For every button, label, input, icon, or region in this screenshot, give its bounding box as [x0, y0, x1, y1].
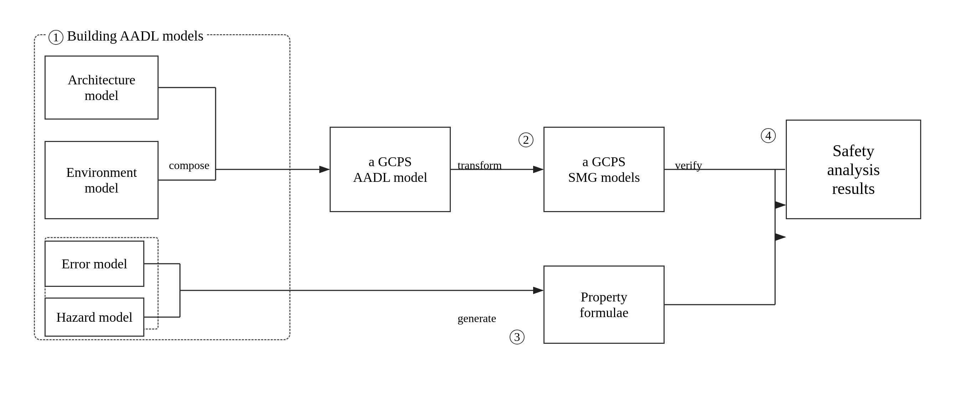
- error-model-label: Error model: [62, 256, 127, 272]
- architecture-model-label: Architecturemodel: [68, 72, 135, 103]
- hazard-model-box: Hazard model: [45, 298, 144, 337]
- property-formulae-box: Propertyformulae: [544, 266, 665, 344]
- gcps-smg-label: a GCPSSMG models: [568, 154, 640, 185]
- architecture-model-box: Architecturemodel: [45, 55, 159, 120]
- gcps-smg-box: a GCPSSMG models: [544, 127, 665, 212]
- step3-circle: 3: [510, 329, 525, 345]
- step2-circle: 2: [519, 132, 533, 147]
- step1-circle: 1: [48, 30, 64, 45]
- step3-wrapper: 3: [510, 329, 525, 345]
- hazard-model-label: Hazard model: [56, 309, 132, 325]
- safety-results-box: Safetyanalysisresults: [786, 120, 921, 219]
- verify-label: verify: [673, 159, 703, 172]
- compose-label: compose: [167, 159, 211, 172]
- step4-wrapper: 4: [761, 128, 776, 143]
- environment-model-box: Environmentmodel: [45, 141, 159, 219]
- step4-circle: 4: [761, 128, 776, 143]
- step2-wrapper: 2: [519, 132, 533, 147]
- environment-model-label: Environmentmodel: [66, 165, 137, 196]
- building-aadl-label: 1 Building AADL models: [46, 27, 206, 45]
- generate-label: generate: [456, 312, 498, 325]
- gcps-aadl-box: a GCPSAADL model: [329, 127, 451, 212]
- main-diagram: 1 Building AADL models Architecturemodel…: [27, 27, 953, 383]
- error-model-box: Error model: [45, 241, 144, 287]
- property-formulae-label: Propertyformulae: [579, 289, 628, 320]
- transform-label: transform: [456, 159, 503, 172]
- safety-results-label: Safetyanalysisresults: [827, 141, 880, 198]
- gcps-aadl-label: a GCPSAADL model: [353, 154, 428, 185]
